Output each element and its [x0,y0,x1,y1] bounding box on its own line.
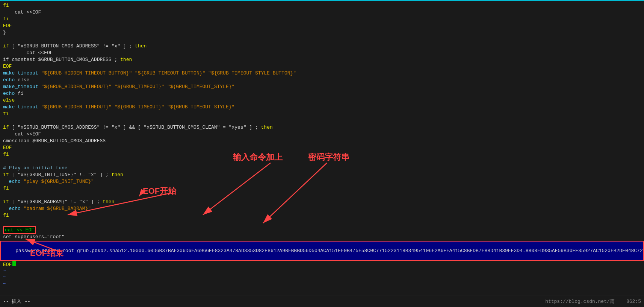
code-text: if [3,125,9,130]
green-cursor [12,261,16,266]
code-text [3,206,9,211]
code-text: cat <<EOF [3,9,41,15]
code-text: EOF [3,64,12,69]
code-line: fi [0,213,644,219]
code-line [0,118,644,125]
code-text: [ "x$GRUB_BUTTON_CMOS_ADDRESS" != "x" ] … [9,43,135,49]
code-text: fi [3,111,9,117]
code-line: make_timeout "${GRUB_HIDDEN_TIMEOUT}" "$… [0,84,644,91]
code-text: "${GRUB_HIDDEN_TIMEOUT}" "${GRUB_TIMEOUT… [38,84,235,90]
statusbar: -- 插入 -- https://blog.csdn.net/篇 862:5 [0,295,644,307]
code-line [0,192,644,199]
code-text: if [3,43,9,49]
code-line: ~ [0,267,644,274]
code-text: [ "x$GRUB_BUTTON_CMOS_ADDRESS" != "x" ] … [9,125,261,130]
code-line: echo "play ${GRUB_INIT_TUNE}" [0,179,644,185]
code-text: EOF [3,23,12,29]
code-line: echo "badram ${GRUB_BADRAM}" [0,206,644,213]
code-line-password: password_pbkdf2 root grub.pbkd2.sha512.1… [0,241,644,261]
status-right: https://blog.csdn.net/篇 862:5 [545,298,641,305]
code-text: "${GRUB_HIDDEN_TIMEOUT_BUTTON}" "${GRUB_… [38,70,296,76]
code-text: fi [3,213,9,218]
code-line [0,36,644,43]
insert-mode-label: -- 插入 -- [3,298,30,305]
code-line [0,158,644,165]
code-line-eof-end: EOF [0,261,644,267]
code-text: else [15,77,29,83]
code-text: EOF [3,262,12,267]
code-text: fi [3,185,9,191]
cursor-position: 862:5 [626,299,641,304]
code-text: [ "x${GRUB_BADRAM}" != "x" ] ; [9,199,103,205]
code-text: then [120,57,132,62]
code-text: fi [15,91,23,96]
code-line: cat <<EOF [0,131,644,138]
code-line-cat-eof: cat << EOF [0,226,644,234]
code-text: ~ [3,267,6,273]
code-line: if [ "x$GRUB_BUTTON_CMOS_ADDRESS" != "x"… [0,125,644,131]
code-text: fi [3,3,9,8]
code-text: EOF [3,145,12,150]
code-text: then [112,172,123,178]
code-line: if cmostest $GRUB_BUTTON_CMOS_ADDRESS ; … [0,57,644,64]
blog-url: https://blog.csdn.net/篇 [545,299,615,304]
code-line: echo fi [0,91,644,97]
code-line: fi [0,111,644,118]
code-text: if [3,172,9,178]
code-text: echo [3,91,15,96]
code-line: fi [0,3,644,9]
cat-eof-boxed: cat << EOF [3,226,36,234]
code-text: fi [3,152,9,157]
code-line: fi [0,152,644,158]
code-text [3,179,9,184]
code-text: cmosclean $GRUB_BUTTON_CMOS_ADDRESS [3,138,106,144]
code-line: # Play an initial tune [0,165,644,172]
code-text: echo [9,206,21,211]
code-line: make_timeout "${GRUB_HIDDEN_TIMEOUT}" "$… [0,104,644,111]
code-text: then [103,199,114,205]
code-line: cat <<EOF [0,9,644,16]
code-text: # Play an initial tune [3,165,68,171]
code-line: echo else [0,77,644,84]
code-text: if [3,199,9,205]
code-text: echo [9,179,21,184]
code-text: ~ [3,274,6,280]
code-text: password_pbkdf2 root grub.pbkd2.sha512.1… [15,248,644,254]
code-text: } [3,30,6,35]
code-text: then [135,43,147,49]
code-text: make_timeout [3,104,38,110]
code-line: fi [0,185,644,192]
code-text: make_timeout [3,70,38,76]
code-text: then [261,125,273,130]
code-text: fi [3,16,9,22]
code-text: make_timeout [3,84,38,90]
code-line: EOF [0,64,644,70]
code-line-superusers: set superusers="root" [0,234,644,241]
code-text: "play ${GRUB_INIT_TUNE}" [21,179,94,184]
code-text: if cmostest $GRUB_BUTTON_CMOS_ADDRESS ; [3,57,120,62]
code-text: cat <<EOF [3,50,53,56]
code-line: EOF [0,145,644,152]
code-line: fi [0,16,644,23]
code-text: [ "x${GRUB_INIT_TUNE}" != "x" ] ; [9,172,112,178]
code-line: else [0,97,644,104]
code-line: make_timeout "${GRUB_HIDDEN_TIMEOUT_BUTT… [0,70,644,77]
code-text: "badram ${GRUB_BADRAM}" [21,206,91,211]
code-line: if [ "x${GRUB_INIT_TUNE}" != "x" ] ; the… [0,172,644,179]
code-line: ~ [0,274,644,281]
code-text: "${GRUB_HIDDEN_TIMEOUT}" "${GRUB_TIMEOUT… [38,104,235,110]
code-text: else [3,97,15,103]
code-line: ~ [0,281,644,288]
code-text: set superusers="root" [3,234,65,240]
code-text: cat <<EOF [3,131,41,137]
code-line: cmosclean $GRUB_BUTTON_CMOS_ADDRESS [0,138,644,145]
code-line: EOF [0,23,644,30]
code-text: echo [3,77,15,83]
code-line [0,219,644,226]
code-text: ~ [3,281,6,287]
code-line: cat <<EOF [0,50,644,57]
code-line-then: if [ "x${GRUB_BADRAM}" != "x" ] ; then [0,199,644,206]
code-line: } [0,30,644,36]
editor-area: fi cat <<EOF fi EOF } if [ "x$GRUB_BUTTO… [0,1,644,295]
code-line: if [ "x$GRUB_BUTTON_CMOS_ADDRESS" != "x"… [0,43,644,50]
